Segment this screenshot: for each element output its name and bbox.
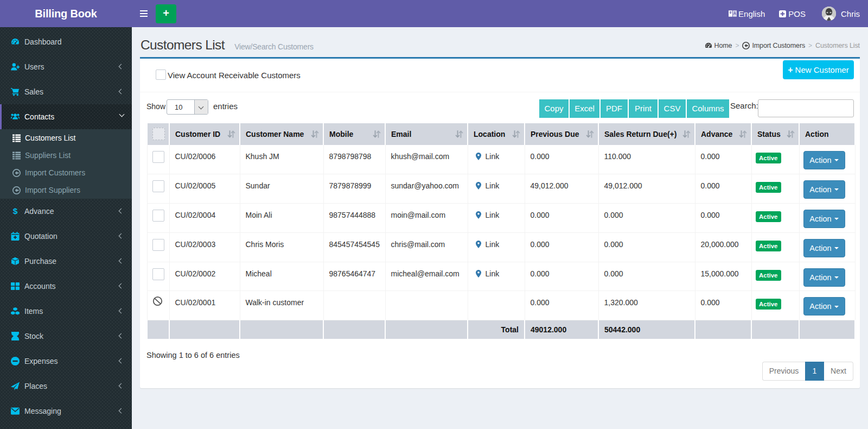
svg-text:$: $ — [13, 207, 18, 216]
